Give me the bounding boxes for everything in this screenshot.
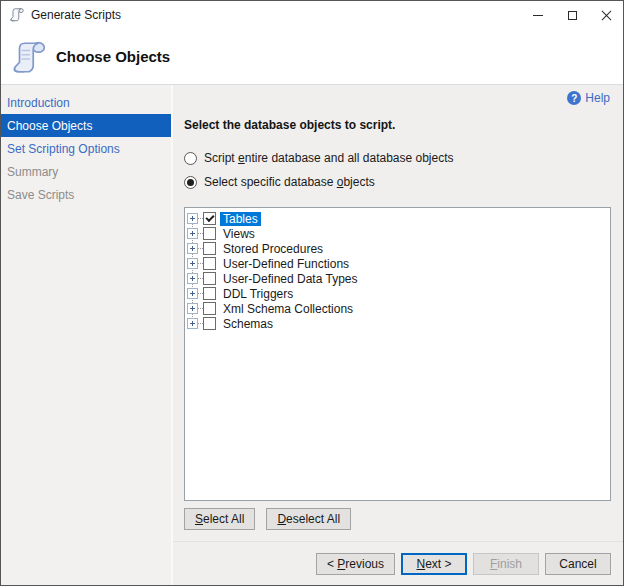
- sidebar-item-label: Save Scripts: [7, 188, 74, 202]
- sidebar-item-introduction[interactable]: Introduction: [1, 91, 171, 114]
- tree-item[interactable]: Schemas: [187, 316, 610, 331]
- sidebar-item-label: Set Scripting Options: [7, 142, 120, 156]
- help-link[interactable]: ? Help: [567, 91, 610, 105]
- expand-plus-icon[interactable]: [187, 288, 198, 299]
- page-title: Choose Objects: [56, 48, 170, 65]
- sidebar-item-label: Summary: [7, 165, 58, 179]
- script-scroll-icon: [10, 38, 48, 78]
- tree-item-label[interactable]: Schemas: [220, 317, 276, 331]
- cancel-button[interactable]: Cancel: [545, 553, 611, 575]
- tree-item-label[interactable]: User-Defined Functions: [220, 257, 352, 271]
- checkbox-icon[interactable]: [203, 302, 216, 315]
- wizard-header: Choose Objects: [1, 29, 623, 85]
- script-scroll-icon: [9, 7, 25, 23]
- minimize-button[interactable]: [521, 1, 555, 29]
- radio-icon[interactable]: [184, 176, 197, 189]
- deselect-all-button[interactable]: Deselect All: [266, 508, 351, 530]
- instruction-text: Select the database objects to script.: [184, 118, 623, 132]
- previous-button[interactable]: < Previous: [316, 553, 395, 575]
- checkbox-icon[interactable]: [203, 257, 216, 270]
- expand-plus-icon[interactable]: [187, 228, 198, 239]
- checkbox-icon[interactable]: [203, 227, 216, 240]
- sidebar-item-save-scripts[interactable]: Save Scripts: [1, 183, 171, 206]
- tree-item-label[interactable]: Views: [220, 227, 258, 241]
- expand-plus-icon[interactable]: [187, 258, 198, 269]
- help-link-label: Help: [585, 91, 610, 105]
- tree-item[interactable]: Stored Procedures: [187, 241, 610, 256]
- finish-button[interactable]: Finish: [473, 553, 539, 575]
- object-tree-list: Tables Views Stored Procedures: [185, 208, 610, 331]
- main-pane: ? Help Select the database objects to sc…: [173, 85, 623, 585]
- sidebar-item-set-scripting-options[interactable]: Set Scripting Options: [1, 137, 171, 160]
- generate-scripts-dialog: Generate Scripts Choose Objects Introduc…: [0, 0, 624, 586]
- radio-select-specific-objects[interactable]: Select specific database objects: [184, 174, 623, 190]
- sidebar-item-choose-objects[interactable]: Choose Objects: [1, 114, 171, 137]
- radio-script-entire-database[interactable]: Script entire database and all database …: [184, 150, 623, 166]
- wizard-footer: < PreviousNext >FinishCancel: [173, 541, 623, 585]
- sidebar-item-summary[interactable]: Summary: [1, 160, 171, 183]
- tree-item[interactable]: DDL Triggers: [187, 286, 610, 301]
- next-button[interactable]: Next >: [401, 553, 467, 575]
- tree-item-label[interactable]: User-Defined Data Types: [220, 272, 361, 286]
- title-bar: Generate Scripts: [1, 1, 623, 29]
- radio-icon[interactable]: [184, 152, 197, 165]
- sidebar-item-label: Choose Objects: [7, 119, 92, 133]
- help-icon: ?: [567, 91, 581, 105]
- tree-item-label[interactable]: Xml Schema Collections: [220, 302, 356, 316]
- close-button[interactable]: [589, 1, 623, 29]
- expand-plus-icon[interactable]: [187, 303, 198, 314]
- object-tree[interactable]: Tables Views Stored Procedures: [184, 207, 611, 501]
- tree-item[interactable]: Views: [187, 226, 610, 241]
- radio-label: Script entire database and all database …: [204, 151, 454, 165]
- minimize-icon: [533, 15, 543, 16]
- checkbox-icon[interactable]: [203, 287, 216, 300]
- expand-plus-icon[interactable]: [187, 243, 198, 254]
- tree-item[interactable]: User-Defined Data Types: [187, 271, 610, 286]
- select-all-button[interactable]: Select All: [184, 508, 255, 530]
- tree-item[interactable]: Xml Schema Collections: [187, 301, 610, 316]
- sidebar-item-label: Introduction: [7, 96, 70, 110]
- maximize-button[interactable]: [555, 1, 589, 29]
- close-icon: [601, 10, 612, 21]
- tree-item-label[interactable]: Tables: [220, 212, 261, 226]
- maximize-icon: [568, 11, 577, 20]
- checkbox-icon[interactable]: [203, 212, 216, 225]
- tree-item-label[interactable]: DDL Triggers: [220, 287, 296, 301]
- tree-item[interactable]: Tables: [187, 211, 610, 226]
- tree-item-label[interactable]: Stored Procedures: [220, 242, 326, 256]
- scope-radio-group: Script entire database and all database …: [184, 150, 623, 198]
- checkbox-icon[interactable]: [203, 272, 216, 285]
- checkbox-icon[interactable]: [203, 317, 216, 330]
- tree-item[interactable]: User-Defined Functions: [187, 256, 610, 271]
- window-title: Generate Scripts: [31, 8, 121, 22]
- expand-plus-icon[interactable]: [187, 318, 198, 329]
- checkbox-icon[interactable]: [203, 242, 216, 255]
- expand-plus-icon[interactable]: [187, 213, 198, 224]
- wizard-steps-sidebar: Introduction Choose Objects Set Scriptin…: [1, 85, 173, 585]
- expand-plus-icon[interactable]: [187, 273, 198, 284]
- radio-label: Select specific database objects: [204, 175, 375, 189]
